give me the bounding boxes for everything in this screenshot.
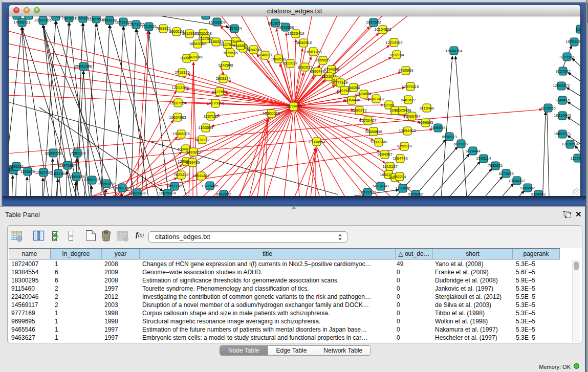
svg-text:10875424: 10875424	[159, 191, 176, 195]
svg-text:3267130: 3267130	[203, 114, 218, 119]
svg-text:20206558: 20206558	[45, 151, 61, 156]
svg-text:15300273: 15300273	[263, 111, 279, 116]
svg-text:19166825: 19166825	[172, 132, 189, 136]
svg-text:14055721: 14055721	[13, 20, 30, 25]
svg-text:9245652: 9245652	[520, 186, 535, 190]
svg-text:8938923: 8938923	[442, 135, 456, 139]
svg-text:19958137: 19958137	[98, 182, 115, 186]
svg-text:1640954: 1640954	[430, 125, 445, 130]
svg-text:12093872: 12093872	[553, 83, 570, 88]
svg-text:16937547: 16937547	[197, 16, 214, 17]
svg-text:9777169: 9777169	[333, 80, 347, 85]
svg-text:18640910: 18640910	[295, 40, 312, 45]
svg-text:917006: 917006	[209, 101, 222, 105]
svg-text:13716485: 13716485	[201, 184, 218, 188]
svg-text:9245052: 9245052	[408, 192, 423, 196]
svg-text:9605324: 9605324	[48, 16, 63, 18]
svg-text:6879197: 6879197	[453, 142, 468, 146]
svg-text:8678332: 8678332	[194, 138, 209, 142]
svg-text:10807487: 10807487	[367, 97, 384, 101]
svg-text:9684067: 9684067	[377, 152, 392, 157]
svg-text:2718126: 2718126	[175, 70, 189, 75]
svg-text:26053346: 26053346	[75, 64, 92, 69]
svg-text:19218506: 19218506	[277, 25, 294, 30]
svg-text:8322037: 8322037	[282, 61, 297, 65]
svg-text:7357224: 7357224	[227, 26, 242, 31]
svg-text:2935114: 2935114	[476, 156, 491, 161]
svg-text:8942502: 8942502	[216, 192, 231, 196]
svg-text:8990448: 8990448	[310, 69, 324, 74]
svg-text:3493822: 3493822	[186, 150, 201, 155]
svg-text:16911449: 16911449	[193, 173, 210, 178]
svg-text:1860551: 1860551	[21, 16, 36, 17]
svg-text:12975115: 12975115	[402, 84, 419, 89]
svg-text:9146821: 9146821	[233, 43, 248, 48]
svg-text:16154808: 16154808	[374, 27, 391, 32]
svg-text:13495794: 13495794	[403, 114, 420, 119]
svg-text:2803144: 2803144	[215, 76, 230, 81]
svg-text:16961758: 16961758	[304, 50, 321, 54]
svg-text:17359924: 17359924	[69, 151, 85, 156]
svg-text:19384554: 19384554	[308, 140, 325, 144]
svg-text:1092754: 1092754	[389, 53, 404, 57]
svg-text:16543362: 16543362	[189, 41, 206, 46]
svg-text:15692971: 15692971	[554, 132, 571, 136]
svg-text:1615137: 1615137	[382, 164, 397, 169]
svg-text:9227342: 9227342	[555, 69, 570, 74]
svg-text:746266: 746266	[347, 85, 360, 90]
svg-text:16107554: 16107554	[169, 101, 186, 105]
svg-text:8471626: 8471626	[498, 171, 513, 176]
svg-text:12213383: 12213383	[171, 85, 188, 90]
svg-text:15751074: 15751074	[565, 39, 580, 44]
svg-text:23420046: 23420046	[185, 55, 202, 59]
svg-text:20364436: 20364436	[343, 98, 360, 102]
svg-text:7485063: 7485063	[398, 68, 413, 73]
svg-text:952214: 952214	[393, 174, 406, 179]
svg-text:7986372: 7986372	[352, 108, 366, 113]
svg-text:9756928: 9756928	[397, 144, 411, 148]
svg-text:9329966: 9329966	[559, 55, 574, 59]
svg-text:1167533: 1167533	[571, 156, 580, 161]
svg-text:1244415: 1244415	[555, 98, 570, 102]
svg-text:13325419: 13325419	[287, 31, 304, 36]
svg-text:3624554: 3624554	[356, 92, 371, 96]
svg-text:11172: 11172	[575, 27, 580, 32]
svg-text:10025438: 10025438	[394, 108, 411, 113]
svg-text:7515526: 7515526	[141, 24, 156, 29]
svg-text:20691406: 20691406	[34, 18, 51, 23]
svg-text:12923488: 12923488	[128, 191, 145, 195]
svg-text:16210643: 16210643	[554, 113, 571, 118]
svg-text:9324502: 9324502	[531, 192, 546, 196]
svg-text:7663822: 7663822	[156, 26, 170, 31]
svg-text:8215955: 8215955	[540, 106, 555, 111]
svg-text:23975867: 23975867	[59, 163, 76, 168]
svg-text:1353594: 1353594	[198, 125, 213, 130]
svg-text:10654112: 10654112	[509, 179, 526, 183]
svg-text:9699695: 9699695	[418, 120, 433, 125]
svg-text:2087682: 2087682	[366, 20, 381, 25]
svg-text:13654923: 13654923	[399, 128, 416, 133]
svg-text:7835061: 7835061	[9, 164, 24, 169]
svg-text:1964746: 1964746	[393, 156, 407, 161]
svg-text:9242848: 9242848	[218, 63, 233, 68]
svg-text:9115460: 9115460	[420, 106, 434, 111]
svg-text:16782759: 16782759	[114, 186, 130, 190]
svg-text:1733426: 1733426	[395, 186, 410, 190]
svg-text:9474444: 9474444	[465, 149, 480, 154]
svg-text:11431954: 11431954	[50, 171, 67, 176]
svg-text:12213967: 12213967	[385, 40, 402, 45]
svg-text:19654983: 19654983	[169, 115, 186, 120]
svg-text:18724007: 18724007	[285, 104, 302, 108]
svg-text:17016504: 17016504	[561, 142, 578, 146]
svg-text:3875685: 3875685	[223, 51, 237, 55]
svg-text:1156829: 1156829	[20, 169, 35, 174]
svg-text:7632621: 7632621	[488, 163, 503, 168]
svg-text:7955812: 7955812	[315, 58, 330, 62]
svg-text:16648784: 16648784	[445, 49, 462, 53]
svg-text:12505135: 12505135	[68, 174, 84, 179]
svg-text:8454749: 8454749	[246, 48, 261, 52]
svg-text:6794028: 6794028	[324, 67, 339, 72]
svg-text:18807249: 18807249	[370, 140, 387, 144]
svg-text:14136141: 14136141	[372, 184, 389, 188]
svg-text:9657771: 9657771	[167, 184, 182, 188]
